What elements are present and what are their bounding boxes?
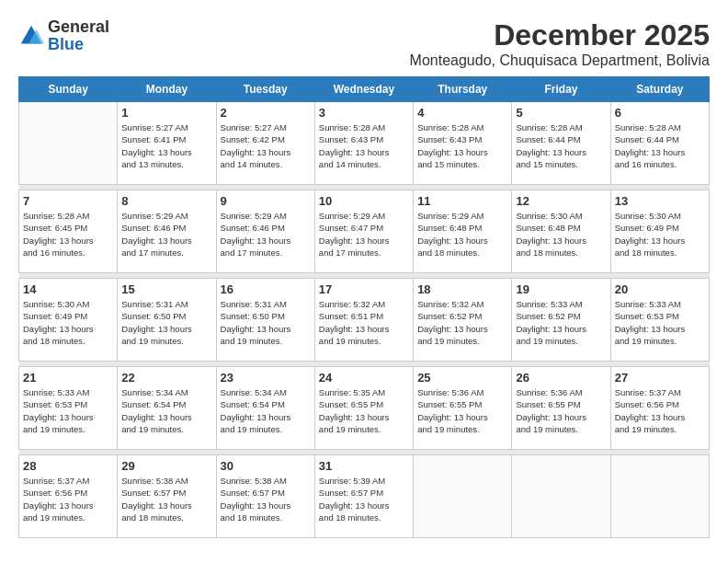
day-number: 31	[319, 459, 409, 473]
cal-cell: 7Sunrise: 5:28 AM Sunset: 6:45 PM Daylig…	[19, 190, 118, 273]
day-number: 18	[417, 282, 507, 296]
cal-cell: 16Sunrise: 5:31 AM Sunset: 6:50 PM Dayli…	[216, 279, 314, 362]
day-number: 26	[516, 371, 606, 385]
cal-cell: 29Sunrise: 5:38 AM Sunset: 6:57 PM Dayli…	[118, 455, 216, 538]
cal-cell	[19, 102, 118, 185]
cal-cell	[414, 455, 512, 538]
cell-info: Sunrise: 5:28 AM Sunset: 6:44 PM Dayligh…	[516, 121, 606, 170]
day-header-tuesday: Tuesday	[216, 77, 314, 102]
cell-info: Sunrise: 5:29 AM Sunset: 6:46 PM Dayligh…	[121, 210, 211, 259]
day-number: 7	[23, 194, 113, 208]
day-number: 17	[319, 282, 409, 296]
cell-info: Sunrise: 5:29 AM Sunset: 6:48 PM Dayligh…	[417, 210, 507, 259]
cal-cell: 9Sunrise: 5:29 AM Sunset: 6:46 PM Daylig…	[216, 190, 314, 273]
day-number: 20	[615, 282, 705, 296]
cal-cell: 8Sunrise: 5:29 AM Sunset: 6:46 PM Daylig…	[118, 190, 216, 273]
cell-info: Sunrise: 5:30 AM Sunset: 6:49 PM Dayligh…	[23, 298, 113, 347]
month-title: December 2025	[410, 18, 710, 52]
cal-cell: 1Sunrise: 5:27 AM Sunset: 6:41 PM Daylig…	[118, 102, 216, 185]
day-number: 6	[615, 106, 705, 120]
cell-info: Sunrise: 5:37 AM Sunset: 6:56 PM Dayligh…	[615, 386, 705, 435]
cell-info: Sunrise: 5:27 AM Sunset: 6:41 PM Dayligh…	[121, 121, 211, 170]
cal-cell: 30Sunrise: 5:38 AM Sunset: 6:57 PM Dayli…	[216, 455, 314, 538]
cell-info: Sunrise: 5:28 AM Sunset: 6:44 PM Dayligh…	[615, 121, 705, 170]
cal-cell: 22Sunrise: 5:34 AM Sunset: 6:54 PM Dayli…	[118, 367, 216, 450]
cell-info: Sunrise: 5:29 AM Sunset: 6:47 PM Dayligh…	[319, 210, 409, 259]
cal-cell	[512, 455, 610, 538]
cal-cell: 17Sunrise: 5:32 AM Sunset: 6:51 PM Dayli…	[314, 279, 413, 362]
day-number: 27	[615, 371, 705, 385]
cell-info: Sunrise: 5:30 AM Sunset: 6:48 PM Dayligh…	[516, 210, 606, 259]
cal-cell: 26Sunrise: 5:36 AM Sunset: 6:55 PM Dayli…	[512, 367, 610, 450]
cell-info: Sunrise: 5:32 AM Sunset: 6:51 PM Dayligh…	[319, 298, 409, 347]
cell-info: Sunrise: 5:36 AM Sunset: 6:55 PM Dayligh…	[417, 386, 507, 435]
title-area: December 2025 Monteagudo, Chuquisaca Dep…	[410, 18, 710, 69]
cell-info: Sunrise: 5:34 AM Sunset: 6:54 PM Dayligh…	[221, 386, 311, 435]
day-header-monday: Monday	[118, 77, 216, 102]
cell-info: Sunrise: 5:30 AM Sunset: 6:49 PM Dayligh…	[615, 210, 705, 259]
cell-info: Sunrise: 5:35 AM Sunset: 6:55 PM Dayligh…	[319, 386, 409, 435]
cal-cell: 19Sunrise: 5:33 AM Sunset: 6:52 PM Dayli…	[512, 279, 610, 362]
cell-info: Sunrise: 5:37 AM Sunset: 6:56 PM Dayligh…	[23, 475, 113, 523]
cell-info: Sunrise: 5:33 AM Sunset: 6:53 PM Dayligh…	[615, 298, 705, 347]
day-number: 29	[121, 459, 211, 473]
cell-info: Sunrise: 5:28 AM Sunset: 6:45 PM Dayligh…	[23, 210, 113, 259]
cal-cell	[610, 455, 709, 538]
day-number: 24	[319, 371, 409, 385]
cal-cell: 31Sunrise: 5:39 AM Sunset: 6:57 PM Dayli…	[314, 455, 413, 538]
day-number: 9	[221, 194, 311, 208]
day-number: 4	[417, 106, 507, 120]
day-number: 8	[121, 194, 211, 208]
day-number: 14	[23, 282, 113, 296]
cal-cell: 12Sunrise: 5:30 AM Sunset: 6:48 PM Dayli…	[512, 190, 610, 273]
cal-cell: 23Sunrise: 5:34 AM Sunset: 6:54 PM Dayli…	[216, 367, 314, 450]
logo-general-text: General	[48, 17, 109, 36]
day-number: 5	[516, 106, 606, 120]
cal-cell: 5Sunrise: 5:28 AM Sunset: 6:44 PM Daylig…	[512, 102, 610, 185]
cell-info: Sunrise: 5:27 AM Sunset: 6:42 PM Dayligh…	[221, 121, 311, 170]
day-number: 21	[23, 371, 113, 385]
cell-info: Sunrise: 5:28 AM Sunset: 6:43 PM Dayligh…	[319, 121, 409, 170]
day-number: 15	[121, 282, 211, 296]
cal-cell: 20Sunrise: 5:33 AM Sunset: 6:53 PM Dayli…	[610, 279, 709, 362]
day-number: 12	[516, 194, 606, 208]
cal-cell: 14Sunrise: 5:30 AM Sunset: 6:49 PM Dayli…	[19, 279, 118, 362]
day-header-sunday: Sunday	[19, 77, 118, 102]
cell-info: Sunrise: 5:31 AM Sunset: 6:50 PM Dayligh…	[121, 298, 211, 347]
cal-cell: 27Sunrise: 5:37 AM Sunset: 6:56 PM Dayli…	[610, 367, 709, 450]
day-number: 23	[221, 371, 311, 385]
cal-cell: 3Sunrise: 5:28 AM Sunset: 6:43 PM Daylig…	[314, 102, 413, 185]
cell-info: Sunrise: 5:33 AM Sunset: 6:52 PM Dayligh…	[516, 298, 606, 347]
cal-cell: 11Sunrise: 5:29 AM Sunset: 6:48 PM Dayli…	[414, 190, 512, 273]
cal-cell: 28Sunrise: 5:37 AM Sunset: 6:56 PM Dayli…	[19, 455, 118, 538]
cell-info: Sunrise: 5:38 AM Sunset: 6:57 PM Dayligh…	[121, 475, 211, 523]
cal-cell: 10Sunrise: 5:29 AM Sunset: 6:47 PM Dayli…	[314, 190, 413, 273]
day-number: 11	[417, 194, 507, 208]
cal-cell: 15Sunrise: 5:31 AM Sunset: 6:50 PM Dayli…	[118, 279, 216, 362]
logo-icon	[18, 23, 44, 49]
day-number: 22	[121, 371, 211, 385]
calendar-table: SundayMondayTuesdayWednesdayThursdayFrid…	[18, 76, 710, 538]
day-number: 13	[615, 194, 705, 208]
day-number: 2	[221, 106, 311, 120]
cal-cell: 18Sunrise: 5:32 AM Sunset: 6:52 PM Dayli…	[414, 279, 512, 362]
cell-info: Sunrise: 5:33 AM Sunset: 6:53 PM Dayligh…	[23, 386, 113, 435]
cell-info: Sunrise: 5:34 AM Sunset: 6:54 PM Dayligh…	[121, 386, 211, 435]
cal-cell: 25Sunrise: 5:36 AM Sunset: 6:55 PM Dayli…	[414, 367, 512, 450]
day-header-wednesday: Wednesday	[314, 77, 413, 102]
location-title: Monteagudo, Chuquisaca Department, Boliv…	[410, 52, 710, 69]
day-number: 1	[121, 106, 211, 120]
cal-cell: 2Sunrise: 5:27 AM Sunset: 6:42 PM Daylig…	[216, 102, 314, 185]
cell-info: Sunrise: 5:32 AM Sunset: 6:52 PM Dayligh…	[417, 298, 507, 347]
header: General Blue December 2025 Monteagudo, C…	[18, 18, 710, 69]
day-number: 28	[23, 459, 113, 473]
day-header-thursday: Thursday	[414, 77, 512, 102]
cell-info: Sunrise: 5:28 AM Sunset: 6:43 PM Dayligh…	[417, 121, 507, 170]
logo-blue-text: Blue	[48, 35, 84, 53]
cal-cell: 21Sunrise: 5:33 AM Sunset: 6:53 PM Dayli…	[19, 367, 118, 450]
cell-info: Sunrise: 5:31 AM Sunset: 6:50 PM Dayligh…	[221, 298, 311, 347]
cal-cell: 4Sunrise: 5:28 AM Sunset: 6:43 PM Daylig…	[414, 102, 512, 185]
logo: General Blue	[18, 18, 109, 53]
day-number: 3	[319, 106, 409, 120]
cal-cell: 6Sunrise: 5:28 AM Sunset: 6:44 PM Daylig…	[610, 102, 709, 185]
